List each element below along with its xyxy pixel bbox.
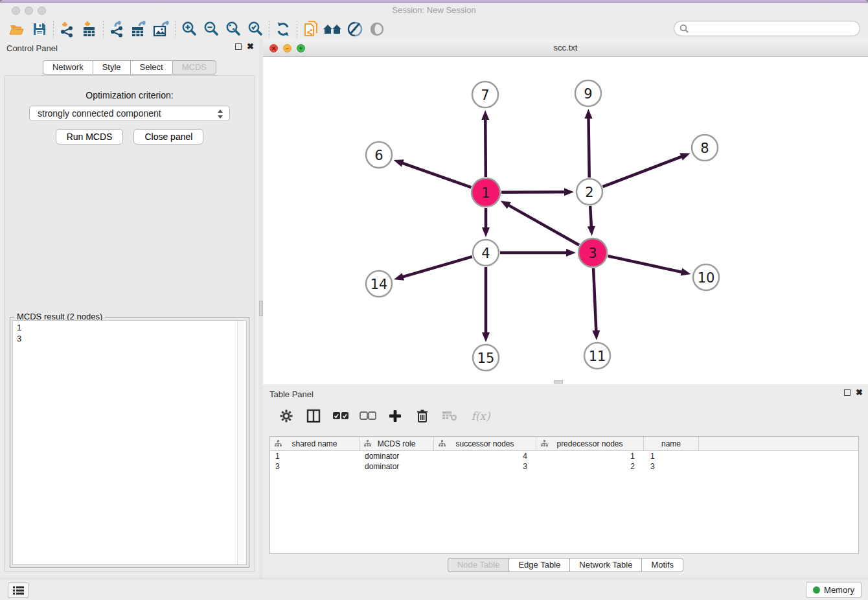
- graph-edge-3-11[interactable]: [593, 268, 596, 332]
- graph-node-label: 8: [700, 141, 709, 156]
- tab-motifs[interactable]: Motifs: [641, 558, 683, 572]
- graph-edge-3-1[interactable]: [507, 205, 579, 246]
- checked-boxes-icon: [332, 411, 349, 421]
- cell-predecessor-nodes[interactable]: 1: [536, 451, 644, 461]
- import-network-button[interactable]: [56, 20, 78, 38]
- graph-edge-2-9[interactable]: [588, 117, 589, 178]
- cell-mcds-role[interactable]: dominator: [360, 461, 434, 472]
- column-header-successor-nodes[interactable]: successor nodes: [434, 437, 536, 450]
- graph-node-label: 6: [374, 148, 383, 163]
- column-header-shared-name[interactable]: shared name: [270, 437, 360, 450]
- memory-button[interactable]: Memory: [806, 582, 862, 598]
- main-titlebar: Session: New Session: [0, 3, 868, 18]
- toggle-column-button[interactable]: [304, 407, 323, 425]
- graph-edge-1-2[interactable]: [501, 192, 566, 192]
- graph-edge-arrowhead: [566, 249, 576, 257]
- cell-successor-nodes[interactable]: 3: [434, 461, 536, 472]
- status-bar: Memory: [0, 579, 868, 600]
- tab-select[interactable]: Select: [130, 60, 172, 75]
- tab-node-table[interactable]: Node Table: [448, 558, 509, 572]
- export-table-icon: [130, 21, 148, 38]
- open-folder-icon: [9, 21, 26, 37]
- cell-successor-nodes[interactable]: 4: [434, 451, 536, 461]
- import-network-icon: [59, 21, 76, 38]
- network-view-window: ✕ − + scc.txt 1234678910111415: [263, 40, 868, 384]
- open-session-button[interactable]: [6, 20, 29, 38]
- tab-style[interactable]: Style: [93, 60, 130, 75]
- graph-edge-1-7[interactable]: [485, 118, 486, 177]
- float-panel-icon[interactable]: [844, 389, 851, 396]
- select-all-button[interactable]: [332, 407, 350, 425]
- table-settings-button[interactable]: [277, 407, 295, 425]
- close-panel-icon[interactable]: ✖: [247, 43, 254, 51]
- run-mcds-button[interactable]: Run MCDS: [56, 129, 124, 144]
- result-scrollbar[interactable]: [237, 321, 246, 564]
- zoom-fit-icon: [225, 21, 242, 38]
- export-network-button[interactable]: [106, 20, 128, 38]
- cell-shared-name[interactable]: 3: [270, 461, 360, 472]
- save-floppy-icon: [32, 21, 47, 37]
- cell-predecessor-nodes[interactable]: 2: [536, 461, 644, 472]
- horizontal-splitter-handle[interactable]: [554, 380, 563, 384]
- export-network-icon: [109, 21, 126, 38]
- graph-edge-arrowhead: [585, 109, 593, 119]
- graph-node-label: 14: [371, 277, 388, 292]
- memory-status-icon: [813, 586, 820, 594]
- cell-mcds-role[interactable]: dominator: [360, 451, 434, 461]
- refresh-button[interactable]: [272, 20, 294, 38]
- table-row[interactable]: 1 dominator 4 1 1: [270, 451, 858, 461]
- graph-edge-3-10[interactable]: [608, 256, 683, 272]
- search-field: [674, 21, 860, 36]
- table-row[interactable]: 3 dominator 3 2 3: [270, 461, 858, 472]
- table-tabs: Node Table Edge Table Network Table Moti…: [263, 558, 868, 572]
- deselect-all-button[interactable]: [359, 407, 377, 425]
- optimization-select[interactable]: strongly connected component: [29, 106, 230, 121]
- graph-edge-1-6[interactable]: [401, 163, 471, 187]
- search-input[interactable]: [674, 21, 860, 36]
- delete-column-button[interactable]: [413, 407, 431, 425]
- tab-network[interactable]: Network: [43, 60, 93, 75]
- cell-name[interactable]: 3: [644, 461, 699, 472]
- unchecked-boxes-icon: [360, 411, 376, 421]
- tab-mcds[interactable]: MCDS: [172, 60, 216, 75]
- cell-name[interactable]: 1: [644, 451, 699, 461]
- task-history-button[interactable]: [8, 583, 29, 598]
- tab-network-table[interactable]: Network Table: [569, 558, 641, 572]
- list-icon: [13, 586, 24, 595]
- close-panel-button[interactable]: Close panel: [133, 129, 203, 144]
- zoom-selected-button[interactable]: [244, 20, 266, 38]
- optimization-select-value: strongly connected component: [38, 108, 161, 119]
- fx-icon: f(x): [471, 410, 490, 422]
- zoom-fit-button[interactable]: [222, 20, 244, 38]
- tab-edge-table[interactable]: Edge Table: [508, 558, 569, 572]
- graph-edge-4-14[interactable]: [402, 257, 472, 277]
- zoom-out-button[interactable]: [200, 20, 222, 38]
- network-graph: 1234678910111415: [263, 57, 868, 384]
- toolbar-separator: [269, 21, 269, 38]
- column-header-predecessor-nodes[interactable]: predecessor nodes: [536, 437, 644, 450]
- save-session-button[interactable]: [29, 20, 51, 38]
- export-table-button[interactable]: [128, 20, 150, 38]
- column-header-mcds-role[interactable]: MCDS role: [360, 437, 434, 450]
- network-canvas[interactable]: 1234678910111415: [263, 57, 868, 384]
- graph-edge-2-8[interactable]: [603, 156, 683, 187]
- cell-shared-name[interactable]: 1: [270, 451, 360, 461]
- show-graphics-details-button[interactable]: [366, 20, 388, 38]
- function-builder-button[interactable]: f(x): [468, 407, 494, 425]
- graph-edge-2-3[interactable]: [590, 206, 591, 228]
- graph-edge-arrowhead: [482, 332, 490, 342]
- export-image-button[interactable]: [150, 20, 172, 38]
- graph-node-label: 2: [585, 185, 593, 200]
- import-table-button[interactable]: [78, 20, 100, 38]
- duplicate-network-button[interactable]: [300, 20, 322, 38]
- close-panel-icon[interactable]: ✖: [856, 389, 863, 397]
- toolbar-separator: [297, 21, 297, 38]
- home-button[interactable]: [322, 20, 344, 38]
- delete-table-button[interactable]: [440, 407, 459, 425]
- column-header-name[interactable]: name: [644, 437, 699, 450]
- add-column-button[interactable]: [386, 407, 404, 425]
- style-preview-button[interactable]: [344, 20, 366, 38]
- float-panel-icon[interactable]: [235, 43, 242, 50]
- zoom-in-button[interactable]: [178, 20, 200, 38]
- mcds-result-list[interactable]: 1 3: [12, 320, 247, 565]
